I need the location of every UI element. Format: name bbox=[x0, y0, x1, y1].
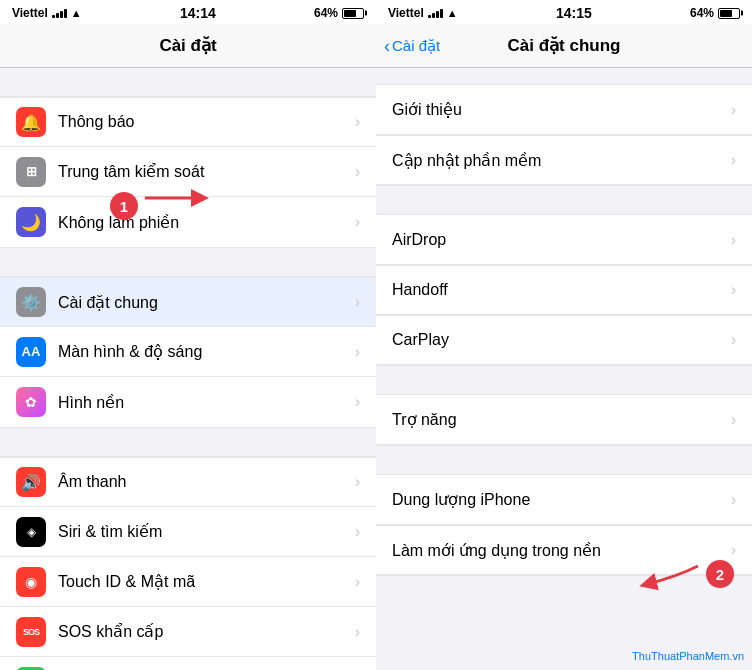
label-thong-bao: Thông báo bbox=[58, 113, 343, 131]
settings-item-man-hinh[interactable]: AA Màn hình & độ sáng › bbox=[0, 327, 376, 377]
chevron-carplay: › bbox=[731, 331, 736, 349]
r-signal-bar-4 bbox=[440, 9, 443, 18]
settings-item-hinh-nen[interactable]: ✿ Hình nền › bbox=[0, 377, 376, 427]
label-cai-dat-chung: Cài đặt chung bbox=[58, 293, 343, 312]
chevron-lam-moi: › bbox=[731, 541, 736, 559]
chevron-handoff: › bbox=[731, 281, 736, 299]
settings-item-thong-bao[interactable]: 🔔 Thông báo › bbox=[0, 97, 376, 147]
right-signal-bars bbox=[428, 8, 443, 18]
r-gap-1 bbox=[376, 186, 752, 214]
r-signal-bar-1 bbox=[428, 15, 431, 18]
step-badge-2: 2 bbox=[706, 560, 734, 588]
settings-item-airdrop[interactable]: AirDrop › bbox=[376, 215, 752, 265]
chevron-touch-id: › bbox=[355, 573, 360, 591]
right-time: 14:15 bbox=[556, 5, 592, 21]
chevron-man-hinh: › bbox=[355, 343, 360, 361]
label-gioi-thieu: Giới thiệu bbox=[392, 100, 731, 119]
settings-item-touch-id[interactable]: ◉ Touch ID & Mật mã › bbox=[0, 557, 376, 607]
left-section-3: 🔊 Âm thanh › ◈ Siri & tìm kiếm › ◉ Touch… bbox=[0, 456, 376, 670]
label-dung-luong: Dung lượng iPhone bbox=[392, 490, 731, 509]
watermark: ThuThuatPhanMem.vn bbox=[632, 650, 744, 662]
label-hinh-nen: Hình nền bbox=[58, 393, 343, 412]
settings-item-handoff[interactable]: Handoff › bbox=[376, 265, 752, 315]
left-battery-fill bbox=[344, 10, 356, 17]
right-battery-fill bbox=[720, 10, 732, 17]
settings-item-siri[interactable]: ◈ Siri & tìm kiếm › bbox=[0, 507, 376, 557]
right-status-right: 64% bbox=[690, 6, 740, 20]
settings-item-cai-dat-chung[interactable]: ⚙️ Cài đặt chung › bbox=[0, 277, 376, 327]
label-carplay: CarPlay bbox=[392, 331, 731, 349]
label-trung-tam: Trung tâm kiểm soát bbox=[58, 162, 343, 181]
right-section-1: Giới thiệu › Cập nhật phần mềm › bbox=[376, 84, 752, 186]
label-lam-moi: Làm mới ứng dụng trong nền bbox=[392, 541, 731, 560]
settings-item-tro-nang[interactable]: Trợ năng › bbox=[376, 395, 752, 445]
settings-item-gioi-thieu[interactable]: Giới thiệu › bbox=[376, 85, 752, 135]
label-touch-id: Touch ID & Mật mã bbox=[58, 572, 343, 591]
left-settings-list: 🔔 Thông báo › ⊞ Trung tâm kiểm soát › 🌙 … bbox=[0, 68, 376, 670]
settings-item-lam-moi[interactable]: Làm mới ứng dụng trong nền › bbox=[376, 525, 752, 575]
back-label: Cài đặt bbox=[392, 37, 440, 55]
left-signal-bars bbox=[52, 8, 67, 18]
settings-item-trung-tam[interactable]: ⊞ Trung tâm kiểm soát › bbox=[0, 147, 376, 197]
chevron-dung-luong: › bbox=[731, 491, 736, 509]
right-status-left: Viettel ▲ bbox=[388, 6, 458, 20]
settings-item-dung-luong[interactable]: Dung lượng iPhone › bbox=[376, 475, 752, 525]
chevron-sos: › bbox=[355, 623, 360, 641]
signal-bar-2 bbox=[56, 13, 59, 18]
left-wifi-icon: ▲ bbox=[71, 7, 82, 19]
gap-1 bbox=[0, 248, 376, 276]
left-status-left: Viettel ▲ bbox=[12, 6, 82, 20]
chevron-thong-bao: › bbox=[355, 113, 360, 131]
right-status-bar: Viettel ▲ 14:15 64% bbox=[376, 0, 752, 24]
chevron-tro-nang: › bbox=[731, 411, 736, 429]
icon-khong-lam-phien: 🌙 bbox=[16, 207, 46, 237]
icon-thong-bao: 🔔 bbox=[16, 107, 46, 137]
chevron-siri: › bbox=[355, 523, 360, 541]
r-gap-3 bbox=[376, 446, 752, 474]
label-man-hinh: Màn hình & độ sáng bbox=[58, 342, 343, 361]
left-battery-icon bbox=[342, 8, 364, 19]
back-chevron-icon: ‹ bbox=[384, 37, 390, 55]
right-battery-icon bbox=[718, 8, 740, 19]
icon-touch-id: ◉ bbox=[16, 567, 46, 597]
chevron-trung-tam: › bbox=[355, 163, 360, 181]
right-battery-pct: 64% bbox=[690, 6, 714, 20]
left-panel: Viettel ▲ 14:14 64% Cài đặt bbox=[0, 0, 376, 670]
left-section-2: ⚙️ Cài đặt chung › AA Màn hình & độ sáng… bbox=[0, 276, 376, 428]
settings-item-pin[interactable]: 🔋 Pin › bbox=[0, 657, 376, 670]
r-signal-bar-3 bbox=[436, 11, 439, 18]
label-am-thanh: Âm thanh bbox=[58, 473, 343, 491]
label-siri: Siri & tìm kiếm bbox=[58, 522, 343, 541]
settings-item-sos[interactable]: SOS SOS khẩn cấp › bbox=[0, 607, 376, 657]
right-nav-title: Cài đặt chung bbox=[508, 35, 621, 56]
chevron-cai-dat-chung: › bbox=[355, 293, 360, 311]
icon-man-hinh: AA bbox=[16, 337, 46, 367]
right-nav-back[interactable]: ‹ Cài đặt bbox=[384, 37, 440, 55]
left-battery-pct: 64% bbox=[314, 6, 338, 20]
icon-trung-tam: ⊞ bbox=[16, 157, 46, 187]
right-panel: Viettel ▲ 14:15 64% ‹ Cài đ bbox=[376, 0, 752, 670]
label-sos: SOS khẩn cấp bbox=[58, 622, 343, 641]
r-gap-2 bbox=[376, 366, 752, 394]
right-nav-bar: ‹ Cài đặt Cài đặt chung bbox=[376, 24, 752, 68]
chevron-am-thanh: › bbox=[355, 473, 360, 491]
settings-item-carplay[interactable]: CarPlay › bbox=[376, 315, 752, 365]
label-handoff: Handoff bbox=[392, 281, 731, 299]
label-tro-nang: Trợ năng bbox=[392, 410, 731, 429]
chevron-cap-nhat: › bbox=[731, 151, 736, 169]
settings-item-khong-lam-phien[interactable]: 🌙 Không làm phiền › bbox=[0, 197, 376, 247]
right-section-4: Dung lượng iPhone › Làm mới ứng dụng tro… bbox=[376, 474, 752, 576]
label-airdrop: AirDrop bbox=[392, 231, 731, 249]
left-carrier: Viettel bbox=[12, 6, 48, 20]
right-settings-list: Giới thiệu › Cập nhật phần mềm › AirDrop… bbox=[376, 68, 752, 670]
settings-item-cap-nhat[interactable]: Cập nhật phần mềm › bbox=[376, 135, 752, 185]
settings-item-am-thanh[interactable]: 🔊 Âm thanh › bbox=[0, 457, 376, 507]
left-section-1: 🔔 Thông báo › ⊞ Trung tâm kiểm soát › 🌙 … bbox=[0, 96, 376, 248]
chevron-airdrop: › bbox=[731, 231, 736, 249]
gap-2 bbox=[0, 428, 376, 456]
icon-hinh-nen: ✿ bbox=[16, 387, 46, 417]
icon-cai-dat-chung: ⚙️ bbox=[16, 287, 46, 317]
chevron-khong-lam-phien: › bbox=[355, 213, 360, 231]
right-section-3: Trợ năng › bbox=[376, 394, 752, 446]
icon-siri: ◈ bbox=[16, 517, 46, 547]
